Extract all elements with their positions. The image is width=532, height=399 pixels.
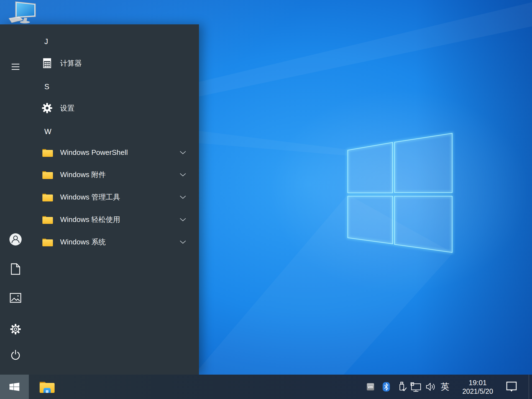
taskbar-clock[interactable]: 19:01 2021/5/20 [453,375,502,399]
vmware-icon: vm [367,383,374,391]
rail-power-button[interactable] [9,349,22,362]
action-center-icon [505,381,518,393]
start-button[interactable] [0,375,29,399]
chevron-down-icon[interactable] [180,195,186,199]
folder-icon [42,236,53,247]
documents-icon [10,263,21,275]
taskbar: vm [0,375,532,399]
section-letter-j[interactable]: J [44,37,61,47]
folder-label: Windows 管理工具 [60,186,120,208]
bluetooth-icon [383,382,390,392]
folder-label: Windows PowerShell [60,141,128,163]
folder-icon [42,191,53,203]
rail-settings-button[interactable] [9,323,22,336]
network-icon [410,382,421,392]
start-menu: J S W 计算器 [0,24,199,375]
calculator-icon [42,58,53,69]
folder-label: Windows 系统 [60,231,106,253]
this-pc-icon [7,1,38,25]
user-avatar-icon [9,233,22,246]
start-app-calculator[interactable]: 计算器 [0,52,199,74]
start-folder-windows-powershell[interactable]: Windows PowerShell [0,141,199,163]
clock-date: 2021/5/20 [462,387,493,396]
svg-text:vm: vm [368,385,373,389]
section-letter-s[interactable]: S [44,82,61,92]
section-letter-w[interactable]: W [44,127,61,137]
bluetooth-tray-button[interactable] [381,375,391,399]
start-folder-windows-admin-tools[interactable]: Windows 管理工具 [0,186,199,208]
file-explorer-icon [38,380,56,394]
start-folder-windows-ease-of-access[interactable]: Windows 轻松使用 [0,208,199,231]
rail-pictures-button[interactable] [9,291,22,305]
chevron-down-icon[interactable] [180,240,186,244]
clock-time: 19:01 [469,378,487,387]
gear-icon [42,103,53,114]
folder-icon [42,214,53,225]
usb-eject-icon [397,381,407,392]
volume-icon [426,382,436,391]
start-folder-windows-accessories[interactable]: Windows 附件 [0,163,199,186]
app-label: 设置 [60,97,75,119]
file-explorer-taskbar-button[interactable] [29,375,65,399]
chevron-down-icon[interactable] [180,173,186,177]
folder-label: Windows 附件 [60,163,106,186]
rail-documents-button[interactable] [9,262,22,276]
rail-user-button[interactable] [9,233,22,246]
this-pc-desktop-icon[interactable] [7,1,38,25]
windows-logo-wallpaper [348,133,452,252]
windows-desktop: { "desktop": { "this_pc_icon": "this-pc-… [0,0,532,399]
start-folder-windows-system[interactable]: Windows 系统 [0,231,199,253]
usb-tray-button[interactable] [397,375,408,399]
power-icon [10,349,21,361]
windows-logo-icon [9,383,19,391]
volume-tray-button[interactable] [425,375,436,399]
chevron-down-icon[interactable] [180,218,186,222]
ime-language-indicator[interactable]: 英 [439,375,451,399]
pictures-icon [10,293,21,303]
app-label: 计算器 [60,52,82,74]
chevron-down-icon[interactable] [180,151,186,155]
folder-icon [42,147,53,158]
start-app-settings[interactable]: 设置 [0,97,199,119]
action-center-button[interactable] [505,375,518,399]
vmware-tray-button[interactable]: vm [365,375,376,399]
folder-icon [42,169,53,180]
folder-label: Windows 轻松使用 [60,208,120,231]
show-desktop-button[interactable] [529,375,532,399]
settings-gear-icon [10,323,21,335]
network-tray-button[interactable] [410,375,422,399]
